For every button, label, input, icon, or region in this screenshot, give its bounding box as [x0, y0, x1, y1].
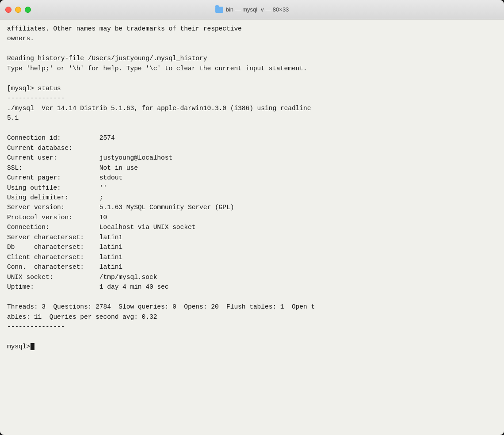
terminal-line: Uptime: 1 day 4 min 40 sec: [7, 282, 497, 292]
folder-icon: [215, 7, 223, 13]
terminal-line: Connection id: 2574: [7, 133, 497, 143]
terminal-line: affiliates. Other names may be trademark…: [7, 24, 497, 34]
window-title: bin — mysql -v — 80×33: [215, 6, 289, 13]
terminal-line: SSL: Not in use: [7, 163, 497, 173]
close-button[interactable]: [5, 7, 11, 13]
terminal-line: ables: 11 Queries per second avg: 0.32: [7, 312, 497, 322]
titlebar: bin — mysql -v — 80×33: [0, 0, 504, 19]
maximize-button[interactable]: [25, 7, 31, 13]
traffic-lights: [5, 7, 31, 13]
terminal-line: Using outfile: '': [7, 183, 497, 193]
terminal-line: Using delimiter: ;: [7, 193, 497, 202]
terminal-line: [mysql> status: [7, 84, 497, 93]
terminal-line: [7, 332, 497, 342]
terminal-line: UNIX socket: /tmp/mysql.sock: [7, 272, 497, 282]
terminal-line: Db characterset: latin1: [7, 242, 497, 252]
terminal-body[interactable]: affiliates. Other names may be trademark…: [0, 19, 504, 435]
terminal-window: bin — mysql -v — 80×33 affiliates. Other…: [0, 0, 504, 435]
terminal-line: Server characterset: latin1: [7, 233, 497, 242]
terminal-line: Connection: Localhost via UNIX socket: [7, 222, 497, 232]
terminal-line: Current user: justyoung@localhost: [7, 153, 497, 163]
terminal-line: Threads: 3 Questions: 2784 Slow queries:…: [7, 302, 497, 312]
terminal-line: Reading history-file /Users/justyoung/.m…: [7, 53, 497, 63]
terminal-line: [7, 292, 497, 302]
terminal-line: ---------------: [7, 93, 497, 103]
terminal-line: Conn. characterset: latin1: [7, 262, 497, 272]
terminal-line: Type 'help;' or '\h' for help. Type '\c'…: [7, 64, 497, 73]
terminal-line: [7, 73, 497, 83]
minimize-button[interactable]: [15, 7, 21, 13]
prompt-text: mysql>: [7, 342, 30, 351]
terminal-line: Server version: 5.1.63 MySQL Community S…: [7, 202, 497, 212]
title-label: bin — mysql -v — 80×33: [226, 6, 289, 13]
terminal-line: 5.1: [7, 113, 497, 123]
terminal-line: Client characterset: latin1: [7, 252, 497, 262]
terminal-line: ---------------: [7, 322, 497, 332]
terminal-line: Current pager: stdout: [7, 173, 497, 183]
terminal-line: [7, 44, 497, 53]
terminal-line: Protocol version: 10: [7, 213, 497, 222]
terminal-line: [7, 123, 497, 133]
terminal-line: ./mysql Ver 14.14 Distrib 5.1.63, for ap…: [7, 103, 497, 113]
prompt-line: mysql>: [7, 342, 497, 351]
terminal-line: Current database:: [7, 143, 497, 153]
cursor: [31, 343, 34, 350]
terminal-line: owners.: [7, 34, 497, 43]
